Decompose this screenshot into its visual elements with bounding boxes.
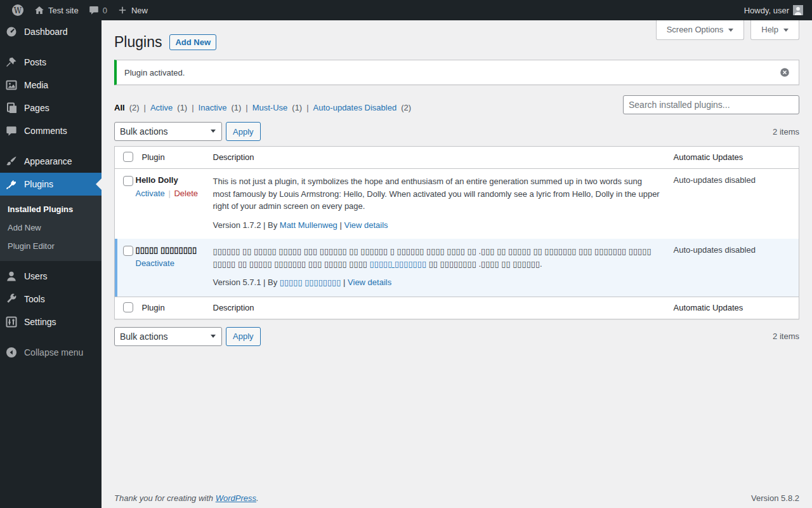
- plus-icon: [117, 5, 128, 15]
- settings-icon: [5, 316, 18, 328]
- sidebar-item-label: Appearance: [24, 156, 72, 166]
- auto-updates-status: Auto-updates disabled: [667, 169, 799, 239]
- row-checkbox[interactable]: [123, 246, 133, 256]
- dashboard-icon: [5, 25, 18, 38]
- apply-button[interactable]: Apply: [226, 122, 261, 141]
- sidebar-item-posts[interactable]: Posts: [0, 51, 102, 74]
- sidebar-item-label: Dashboard: [24, 27, 68, 37]
- submenu-add-new[interactable]: Add New: [0, 218, 102, 237]
- sidebar-item-label: Collapse menu: [24, 347, 83, 358]
- chevron-down-icon: [783, 29, 789, 32]
- sidebar-item-dashboard[interactable]: Dashboard: [0, 20, 102, 43]
- version-by-text: Version 5.7.1 | By: [213, 277, 278, 287]
- sidebar-item-appearance[interactable]: Appearance: [0, 150, 102, 173]
- row-checkbox[interactable]: [123, 176, 133, 186]
- column-header-description: Description: [207, 297, 667, 319]
- media-icon: [5, 79, 18, 91]
- sidebar-item-label: Settings: [24, 317, 56, 327]
- plugins-table: Plugin Description Automatic Updates Hel…: [114, 146, 799, 319]
- screen-options-label: Screen Options: [667, 25, 724, 34]
- sidebar-item-plugins[interactable]: Plugins: [0, 173, 102, 196]
- pages-icon: [5, 102, 18, 114]
- select-all-checkbox[interactable]: [123, 302, 133, 312]
- svg-text:W: W: [14, 6, 22, 15]
- deactivate-link[interactable]: Deactivate: [136, 258, 174, 268]
- column-header-plugin: Plugin: [136, 147, 207, 169]
- active-menu-arrow: [96, 178, 102, 190]
- bulk-actions-select[interactable]: Bulk actions: [114, 122, 222, 141]
- sidebar-item-label: Users: [24, 271, 48, 281]
- add-new-button[interactable]: Add New: [169, 34, 216, 50]
- view-details-link[interactable]: View details: [348, 277, 391, 287]
- new-content-menu[interactable]: New: [112, 0, 153, 20]
- home-icon: [34, 5, 44, 15]
- pushpin-icon: [5, 56, 18, 69]
- sidebar-item-label: Comments: [24, 126, 67, 136]
- sidebar-item-users[interactable]: Users: [0, 265, 102, 288]
- admin-footer: Thank you for creating with WordPress. V…: [114, 493, 799, 503]
- items-count: 2 items: [773, 331, 799, 341]
- collapse-icon: [5, 346, 18, 359]
- my-account-menu[interactable]: Howdy, user: [739, 0, 803, 20]
- view-details-link[interactable]: View details: [344, 220, 388, 230]
- table-footer-row: Plugin Description Automatic Updates: [115, 297, 799, 319]
- help-label: Help: [761, 25, 778, 34]
- wordpress-link[interactable]: WordPress: [216, 493, 256, 503]
- site-name-label: Test site: [48, 6, 79, 15]
- wrench-icon: [5, 293, 18, 305]
- filter-all[interactable]: All: [114, 103, 125, 112]
- sidebar-item-label: Plugins: [24, 179, 53, 189]
- version-by-text: Version 1.7.2 | By: [213, 220, 278, 230]
- column-header-automatic-updates: Automatic Updates: [667, 147, 799, 169]
- tablenav-bottom: Bulk actions Apply 2 items: [114, 327, 799, 346]
- apply-button[interactable]: Apply: [226, 327, 261, 346]
- dismiss-notice-button[interactable]: [778, 66, 791, 79]
- screen-options-button[interactable]: Screen Options: [656, 20, 745, 40]
- filter-must-use[interactable]: Must-Use: [252, 103, 288, 112]
- main-content: Screen Options Help Plugins Add New Plug…: [102, 20, 812, 508]
- site-name-link[interactable]: Test site: [29, 0, 84, 20]
- column-header-plugin: Plugin: [136, 297, 207, 319]
- tablenav-top: Bulk actions Apply 2 items: [114, 122, 799, 141]
- notice-message: Plugin activated.: [124, 68, 185, 77]
- sidebar-item-settings[interactable]: Settings: [0, 311, 102, 333]
- sidebar-menu: Dashboard Posts Media Pages Comments App…: [0, 20, 102, 508]
- table-header-row: Plugin Description Automatic Updates: [115, 147, 799, 169]
- plugin-name: ▯▯▯▯▯ ▯▯▯▯▯▯▯▯: [136, 245, 197, 255]
- submenu-plugin-editor[interactable]: Plugin Editor: [0, 237, 102, 255]
- select-all-checkbox[interactable]: [123, 152, 133, 162]
- plugins-submenu: Installed Plugins Add New Plugin Editor: [0, 196, 102, 261]
- auto-updates-status: Auto-updates disabled: [667, 239, 799, 297]
- plugin-row-active: ▯▯▯▯▯ ▯▯▯▯▯▯▯▯ Deactivate ▯▯▯▯▯▯ ▯▯ ▯▯▯▯…: [115, 239, 799, 297]
- page-title: Plugins: [114, 33, 162, 51]
- search-plugins-input[interactable]: [623, 95, 799, 114]
- description-link[interactable]: ▯▯▯▯▯ ▯▯▯▯▯▯▯: [370, 259, 426, 269]
- filter-active[interactable]: Active: [150, 103, 173, 112]
- users-icon: [5, 270, 18, 283]
- column-header-automatic-updates: Automatic Updates: [667, 297, 799, 319]
- sidebar-item-media[interactable]: Media: [0, 74, 102, 97]
- delete-link[interactable]: Delete: [174, 189, 198, 198]
- author-link[interactable]: Matt Mullenweg: [280, 220, 337, 230]
- filter-inactive[interactable]: Inactive: [199, 103, 227, 112]
- sidebar-item-tools[interactable]: Tools: [0, 288, 102, 311]
- sidebar-item-pages[interactable]: Pages: [0, 97, 102, 119]
- activate-link[interactable]: Activate: [136, 189, 165, 198]
- bulk-actions-select[interactable]: Bulk actions: [114, 327, 222, 346]
- submenu-installed-plugins[interactable]: Installed Plugins: [0, 200, 102, 218]
- author-link[interactable]: ▯▯▯▯▯ ▯▯▯▯▯▯▯▯: [280, 277, 341, 287]
- comments-bubble[interactable]: 0: [84, 0, 112, 20]
- sidebar-item-label: Media: [24, 80, 48, 90]
- dismiss-icon: [780, 67, 790, 77]
- items-count: 2 items: [773, 127, 799, 137]
- wordpress-logo-icon: W: [11, 4, 24, 17]
- sidebar-item-comments[interactable]: Comments: [0, 119, 102, 142]
- plugin-description: ▯▯▯▯▯▯ ▯▯ ▯▯▯▯▯ ▯▯▯▯▯ ▯▯▯ ▯▯▯▯▯▯ ▯▯ ▯▯▯▯…: [213, 245, 661, 270]
- filter-auto-updates-disabled[interactable]: Auto-updates Disabled: [313, 103, 397, 112]
- wordpress-logo[interactable]: W: [6, 0, 29, 20]
- help-button[interactable]: Help: [750, 20, 799, 40]
- admin-bar: W Test site 0 New Howdy, user: [0, 0, 812, 20]
- collapse-menu-button[interactable]: Collapse menu: [0, 341, 102, 364]
- paintbrush-icon: [5, 155, 18, 168]
- sidebar-item-label: Tools: [24, 294, 45, 304]
